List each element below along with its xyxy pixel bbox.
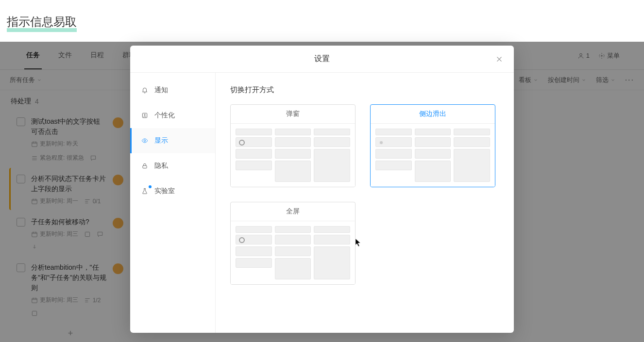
mode-preview bbox=[231, 124, 355, 187]
mode-card-1[interactable]: 侧边滑出 bbox=[370, 104, 495, 187]
svg-rect-11 bbox=[143, 165, 147, 168]
personal-icon bbox=[141, 112, 149, 119]
sidebar-item-eye[interactable]: 显示 bbox=[130, 128, 215, 153]
svg-point-10 bbox=[144, 140, 146, 142]
close-icon bbox=[495, 55, 504, 64]
sidebar-item-lock[interactable]: 隐私 bbox=[130, 153, 215, 179]
flask-icon bbox=[141, 187, 149, 195]
bell-icon bbox=[141, 86, 149, 94]
page-title: 指示信息易取 bbox=[7, 15, 77, 32]
mode-card-title: 侧边滑出 bbox=[371, 105, 495, 124]
sidebar-item-label: 通知 bbox=[154, 86, 168, 95]
mode-card-0[interactable]: 弹窗 bbox=[230, 104, 356, 187]
cursor-icon bbox=[355, 238, 362, 247]
sidebar-item-bell[interactable]: 通知 bbox=[130, 78, 215, 103]
lock-icon bbox=[141, 162, 149, 170]
sidebar-item-personal[interactable]: 个性化 bbox=[130, 103, 215, 128]
mode-card-title: 全屏 bbox=[231, 202, 355, 221]
content-title: 切换打开方式 bbox=[230, 85, 499, 95]
notification-dot bbox=[149, 185, 152, 188]
mode-preview bbox=[371, 124, 495, 187]
close-button[interactable] bbox=[493, 53, 505, 65]
mode-card-title: 弹窗 bbox=[231, 105, 355, 124]
sidebar-item-label: 隐私 bbox=[154, 162, 168, 170]
sidebar-item-flask[interactable]: 实验室 bbox=[130, 179, 215, 204]
sidebar-item-label: 显示 bbox=[154, 136, 168, 145]
modal-title: 设置 bbox=[314, 54, 330, 64]
svg-point-9 bbox=[144, 114, 145, 115]
mode-card-2[interactable]: 全屏 bbox=[230, 202, 356, 285]
eye-icon bbox=[141, 137, 149, 145]
sidebar-item-label: 个性化 bbox=[154, 111, 175, 120]
sidebar-item-label: 实验室 bbox=[154, 187, 175, 195]
mode-preview bbox=[231, 221, 355, 284]
settings-modal: 设置 通知个性化显示隐私实验室 切换打开方式 弹窗侧边滑出全屏 bbox=[130, 46, 514, 333]
modal-sidebar: 通知个性化显示隐私实验室 bbox=[130, 73, 216, 333]
